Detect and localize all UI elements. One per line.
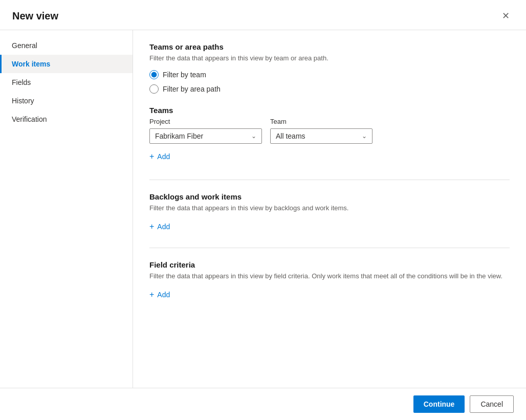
dialog-body: General Work items Fields History Verifi… [0,30,526,388]
teams-title: Teams [149,106,510,115]
continue-button[interactable]: Continue [413,395,465,413]
sidebar-item-verification[interactable]: Verification [0,110,133,128]
project-column-label: Project [149,118,262,125]
divider-1 [149,180,510,180]
team-dropdown-arrow-icon: ⌄ [362,132,367,140]
divider-2 [149,248,510,248]
project-dropdown-arrow-icon: ⌄ [251,132,256,140]
teams-column-labels: Project Team [149,118,510,125]
team-column-label: Team [270,118,372,125]
filter-by-area-path-radio-label[interactable]: Filter by area path [149,84,510,94]
filter-radio-group: Filter by team Filter by area path [149,70,510,94]
backlogs-add-button[interactable]: + Add [149,220,170,233]
teams-add-icon: + [149,152,154,161]
field-criteria-add-button[interactable]: + Add [149,288,170,301]
field-criteria-section: Field criteria Filter the data that appe… [149,260,510,301]
sidebar-item-fields[interactable]: Fields [0,73,133,92]
main-content: Teams or area paths Filter the data that… [133,30,526,388]
teams-or-area-paths-section: Teams or area paths Filter the data that… [149,42,510,163]
backlogs-add-label: Add [157,223,170,231]
sidebar: General Work items Fields History Verifi… [0,30,133,388]
project-dropdown[interactable]: Fabrikam Fiber ⌄ [149,128,262,144]
filter-by-team-radio[interactable] [149,70,159,79]
filter-by-area-path-label: Filter by area path [163,85,221,93]
teams-add-label: Add [157,152,170,161]
project-team-dropdowns: Fabrikam Fiber ⌄ All teams ⌄ [149,128,510,144]
filter-by-team-radio-label[interactable]: Filter by team [149,70,510,79]
new-view-dialog: New view ✕ General Work items Fields His… [0,0,526,420]
backlogs-title: Backlogs and work items [149,192,510,201]
team-dropdown-value: All teams [276,132,305,140]
backlogs-add-icon: + [149,222,154,231]
teams-or-area-paths-title: Teams or area paths [149,42,510,51]
filter-by-area-path-radio[interactable] [149,84,159,94]
cancel-button[interactable]: Cancel [470,395,514,413]
teams-or-area-paths-desc: Filter the data that appears in this vie… [149,54,510,62]
field-criteria-title: Field criteria [149,260,510,269]
filter-by-team-label: Filter by team [163,71,206,79]
close-button[interactable]: ✕ [498,8,514,24]
backlogs-desc: Filter the data that appears in this vie… [149,204,510,212]
sidebar-item-history[interactable]: History [0,92,133,110]
teams-add-button[interactable]: + Add [149,150,170,163]
backlogs-section: Backlogs and work items Filter the data … [149,192,510,233]
dialog-title: New view [12,10,58,22]
field-criteria-add-label: Add [157,291,170,299]
project-dropdown-value: Fabrikam Fiber [155,132,203,140]
sidebar-item-general[interactable]: General [0,36,133,55]
dialog-footer: Continue Cancel [0,388,526,420]
team-dropdown[interactable]: All teams ⌄ [270,128,372,144]
dialog-header: New view ✕ [0,0,526,30]
field-criteria-desc: Filter the data that appears in this vie… [149,272,508,280]
sidebar-item-work-items[interactable]: Work items [0,55,133,73]
field-criteria-add-icon: + [149,290,154,299]
